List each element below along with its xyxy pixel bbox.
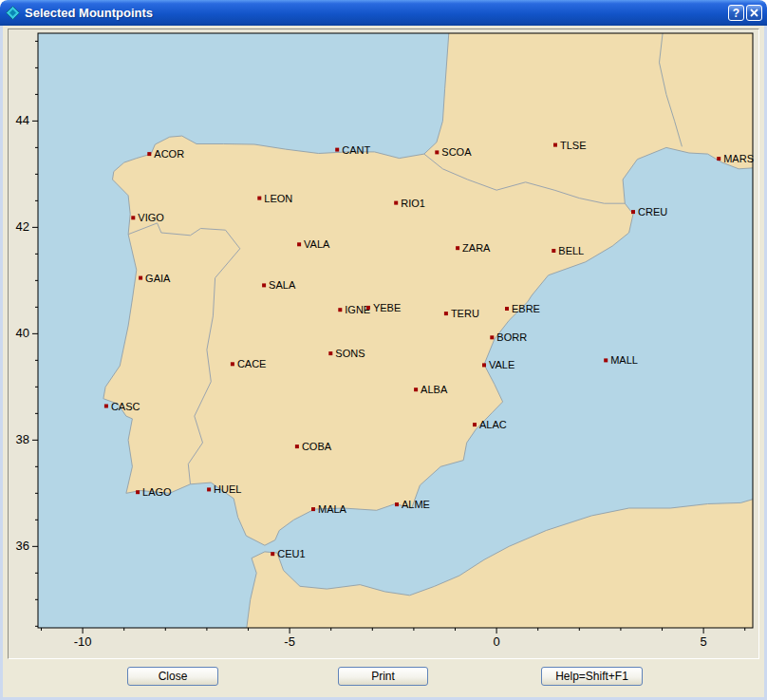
station-label: LAGO	[142, 486, 172, 498]
station-marker	[473, 423, 477, 426]
station-label: VALE	[489, 359, 514, 370]
y-axis-label: 36	[16, 539, 29, 553]
station-marker	[297, 242, 301, 246]
help-button[interactable]: Help=Shift+F1	[541, 667, 643, 686]
map-canvas: -10-5053638404244ACORCANTSCOATLSEMARSLEO…	[8, 28, 759, 659]
map-plot: -10-5053638404244ACORCANTSCOATLSEMARSLEO…	[9, 29, 758, 658]
station-marker	[604, 358, 608, 362]
station-label: MARS	[723, 153, 754, 164]
station-marker	[328, 351, 332, 355]
help-titlebar-button[interactable]: ?	[728, 5, 744, 21]
question-icon: ?	[733, 7, 739, 20]
station-marker	[552, 249, 555, 253]
x-axis-label: -10	[74, 634, 92, 649]
station-marker	[395, 502, 399, 506]
station-marker	[335, 148, 339, 152]
station-label: CASC	[111, 401, 140, 412]
station-marker	[553, 143, 557, 147]
station-marker	[717, 157, 720, 161]
station-marker	[505, 307, 509, 311]
station-label: CEU1	[277, 548, 305, 559]
station-label: HUEL	[214, 483, 241, 495]
station-label: LEON	[264, 193, 292, 204]
titlebar-buttons: ?	[728, 5, 762, 21]
station-label: ZARA	[462, 242, 491, 254]
x-axis-label: 0	[493, 634, 499, 649]
station-label: ALBA	[421, 384, 448, 395]
close-button[interactable]: Close	[127, 667, 218, 686]
station-label: SALA	[269, 279, 296, 291]
station-marker	[271, 552, 274, 556]
station-marker	[104, 405, 108, 408]
station-marker	[207, 487, 211, 491]
station-label: CACE	[237, 358, 267, 369]
y-axis-label: 42	[16, 219, 29, 234]
x-axis-label: -5	[284, 634, 295, 649]
dialog-body: -10-5053638404244ACORCANTSCOATLSEMARSLEO…	[3, 26, 764, 697]
station-marker	[456, 246, 459, 250]
station-marker	[631, 210, 635, 214]
station-label: TLSE	[560, 140, 587, 151]
y-axis-label: 44	[16, 113, 29, 127]
station-label: CANT	[342, 144, 370, 156]
station-marker	[257, 197, 261, 200]
station-label: CREU	[638, 206, 667, 218]
station-label: BELL	[558, 245, 584, 256]
station-marker	[262, 283, 266, 287]
print-button[interactable]: Print	[338, 667, 428, 686]
station-marker	[366, 306, 370, 310]
station-marker	[338, 308, 342, 312]
station-label: MALA	[318, 503, 347, 515]
station-label: SCOA	[441, 146, 472, 158]
app-icon	[6, 6, 20, 20]
station-marker	[136, 490, 140, 494]
x-axis-label: 5	[700, 634, 706, 649]
station-marker	[231, 362, 234, 366]
station-marker	[295, 445, 299, 448]
station-label: ALME	[402, 499, 430, 510]
station-marker	[414, 388, 418, 391]
station-label: VALA	[304, 238, 330, 250]
station-marker	[311, 507, 315, 511]
station-marker	[435, 150, 439, 154]
close-icon	[750, 9, 758, 17]
title-bar[interactable]: Selected Mountpoints ?	[0, 0, 767, 26]
window-title: Selected Mountpoints	[25, 0, 153, 26]
station-label: GAIA	[145, 273, 171, 284]
station-label: EBRE	[512, 303, 540, 314]
station-label: RIO1	[401, 198, 425, 209]
station-marker	[394, 201, 398, 205]
close-titlebar-button[interactable]	[746, 5, 762, 21]
station-label: MALL	[610, 354, 638, 366]
station-marker	[131, 216, 135, 219]
station-label: BORR	[496, 331, 527, 343]
station-marker	[490, 335, 494, 339]
station-label: ACOR	[154, 148, 184, 160]
station-label: COBA	[302, 441, 332, 452]
station-label: YEBE	[373, 302, 401, 313]
station-label: TERU	[451, 308, 479, 319]
station-marker	[139, 276, 142, 280]
station-label: ALAC	[479, 419, 507, 430]
station-marker	[444, 312, 448, 315]
station-marker	[482, 363, 486, 367]
y-axis-label: 40	[16, 326, 29, 340]
station-marker	[147, 152, 151, 156]
station-label: SONS	[335, 348, 365, 359]
y-axis-label: 38	[16, 432, 29, 446]
dialog-window: Selected Mountpoints ? -10-5053638404244…	[0, 0, 767, 700]
station-label: VIGO	[138, 212, 164, 223]
